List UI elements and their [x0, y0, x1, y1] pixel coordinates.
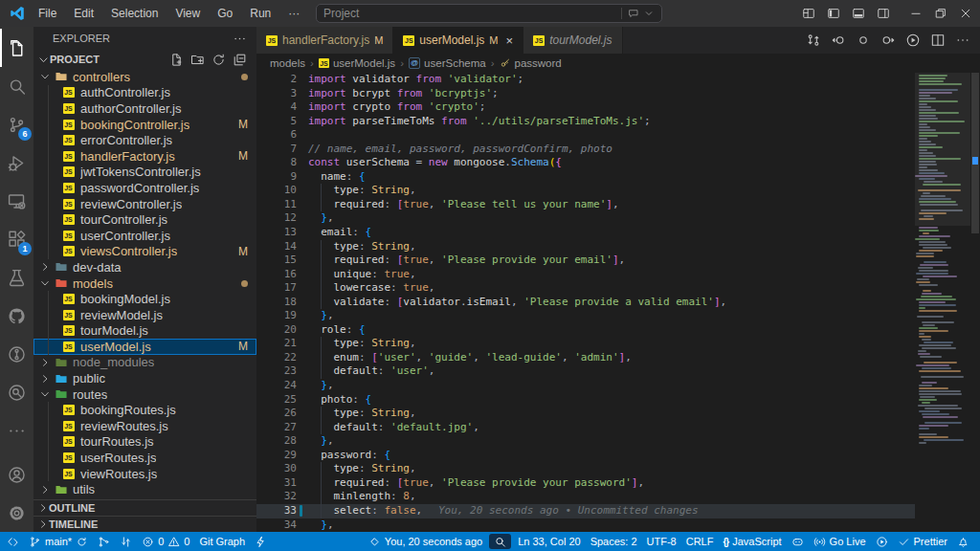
status-thunder-client[interactable]	[250, 532, 272, 551]
status-eol[interactable]: CRLF	[681, 532, 719, 551]
nav-forward-circle-button[interactable]	[880, 33, 896, 48]
customize-layout-button[interactable]	[796, 0, 821, 27]
menu-file[interactable]: File	[30, 0, 65, 27]
status-language-mode[interactable]: {}JavaScript	[718, 532, 786, 551]
tree-item-routes[interactable]: routes	[33, 386, 256, 403]
tree-item-reviewController-js[interactable]: JSreviewController.js	[33, 196, 256, 212]
nav-back-circle-button[interactable]	[831, 33, 846, 48]
code-line-13[interactable]: 13 email: {	[256, 226, 915, 240]
code-line-16[interactable]: 16 unique: true,	[256, 268, 915, 282]
tree-item-bookingModel-js[interactable]: JSbookingModel.js	[33, 291, 256, 307]
tree-item-reviewRoutes-js[interactable]: JSreviewRoutes.js	[33, 418, 256, 434]
tree-item-models[interactable]: models	[33, 276, 256, 292]
breadcrumb[interactable]: models›JSuserModel.js›@userSchema›passwo…	[256, 54, 980, 73]
tree-item-reviewModel-js[interactable]: JSreviewModel.js	[33, 307, 256, 323]
activity-source-control[interactable]: 6	[0, 105, 33, 143]
status-zoom-tool[interactable]	[489, 534, 511, 549]
tab-tourModel-js[interactable]: JStourModel.js	[523, 27, 622, 54]
code-line-32[interactable]: 32 minlength: 8,	[256, 490, 915, 504]
ellipsis-icon[interactable]	[233, 32, 247, 46]
tree-item-passwordController-js[interactable]: JSpasswordController.js	[33, 180, 256, 196]
status-cursor-position[interactable]: Ln 33, Col 20	[513, 532, 585, 551]
code-line-3[interactable]: 3import bcrypt from 'bcryptjs';	[256, 87, 915, 101]
code-line-4[interactable]: 4import crypto from 'crypto';	[256, 100, 915, 115]
panel-right-button[interactable]	[871, 0, 896, 27]
code-line-21[interactable]: 21 type: String,	[256, 337, 915, 351]
code-line-11[interactable]: 11 required: [true, 'Please tell us your…	[256, 198, 915, 212]
section-outline[interactable]: OUTLINE	[33, 499, 256, 516]
close-tab-button[interactable]: ×	[506, 34, 514, 47]
tab-handlerFactory-js[interactable]: JShandlerFactory.jsM	[256, 27, 393, 54]
chevron-small-down-icon[interactable]	[643, 8, 655, 19]
status-gitlens-blame[interactable]: You, 20 seconds ago	[364, 532, 487, 551]
search-extra-icons[interactable]	[621, 8, 655, 19]
tab-userModel-js[interactable]: JSuserModel.jsM×	[393, 27, 523, 54]
tree-item-tourModel-js[interactable]: JStourModel.js	[33, 323, 256, 340]
refresh-button[interactable]	[212, 53, 226, 67]
activity-remote-explorer[interactable]	[0, 182, 33, 220]
tree-item-viewRoutes-js[interactable]: JSviewRoutes.js	[33, 466, 256, 482]
explorer-more-actions[interactable]	[233, 32, 247, 46]
code-line-22[interactable]: 22 enum: ['user', 'guide', 'lead-guide',…	[256, 351, 915, 365]
code-line-23[interactable]: 23 default: 'user',	[256, 364, 915, 379]
code-line-15[interactable]: 15 required: [true, 'Please provide your…	[256, 253, 915, 268]
menu-selection[interactable]: Selection	[102, 0, 167, 27]
tree-item-utils[interactable]: utils	[33, 481, 256, 497]
tree-item-bookingRoutes-js[interactable]: JSbookingRoutes.js	[33, 402, 256, 418]
menu-edit[interactable]: Edit	[65, 0, 102, 27]
command-center-search[interactable]: Project	[316, 4, 662, 23]
status-indentation[interactable]: Spaces: 2	[586, 532, 642, 551]
status-gitlens-compare[interactable]	[115, 532, 137, 551]
code-line-7[interactable]: 7// name, email, password, passwordConfi…	[256, 143, 915, 157]
code-line-34[interactable]: 34 },	[256, 518, 915, 533]
tree-item-public[interactable]: public	[33, 370, 256, 386]
split-editor-button[interactable]	[930, 33, 946, 48]
scrollbar-slider[interactable]	[971, 73, 979, 233]
code-line-8[interactable]: 8const userSchema = new mongoose.Schema(…	[256, 156, 915, 170]
status-prettier[interactable]: Prettier	[893, 532, 952, 551]
minimap[interactable]	[915, 73, 970, 532]
activity-run-debug[interactable]	[0, 143, 33, 182]
activity-explorer[interactable]	[0, 29, 33, 67]
code-line-17[interactable]: 17 lowercase: true,	[256, 281, 915, 296]
status-git-branch[interactable]: main*	[24, 532, 93, 551]
menu-[interactable]: ···	[279, 0, 308, 27]
collapse-all-button[interactable]	[233, 53, 247, 67]
tree-item-bookingController-js[interactable]: JSbookingController.jsM	[33, 117, 256, 133]
menu-view[interactable]: View	[167, 0, 209, 27]
activity-settings[interactable]	[0, 494, 33, 532]
chat-icon[interactable]	[628, 8, 639, 19]
status-encoding[interactable]: UTF-8	[642, 532, 681, 551]
minimap-viewport[interactable]	[915, 73, 970, 226]
status-git-graph[interactable]: Git Graph	[194, 532, 250, 551]
code-line-26[interactable]: 26 type: String,	[256, 407, 915, 421]
vertical-scrollbar[interactable]	[970, 73, 980, 532]
tree-item-node-modules[interactable]: node_modules	[33, 355, 256, 371]
panel-left-button[interactable]	[821, 0, 846, 27]
code-line-19[interactable]: 19 },	[256, 309, 915, 323]
activity-search[interactable]	[0, 67, 33, 105]
code-line-25[interactable]: 25 photo: {	[256, 393, 915, 408]
code-line-30[interactable]: 30 type: String,	[256, 462, 915, 476]
menu-run[interactable]: Run	[241, 0, 279, 27]
status-problems[interactable]: 00	[137, 532, 194, 551]
new-file-button[interactable]	[169, 53, 184, 67]
tree-item-tourRoutes-js[interactable]: JStourRoutes.js	[33, 434, 256, 451]
tree-item-userRoutes-js[interactable]: JSuserRoutes.js	[33, 450, 256, 466]
breadcrumb-password[interactable]: password	[500, 57, 562, 69]
compare-changes-button[interactable]	[806, 33, 821, 48]
code-line-12[interactable]: 12 },	[256, 211, 915, 226]
tree-item-viewsController-js[interactable]: JSviewsController.jsM	[33, 244, 256, 260]
new-folder-button[interactable]	[190, 53, 205, 67]
tree-item-handlerFactory-js[interactable]: JShandlerFactory.jsM	[33, 148, 256, 165]
run-code-button[interactable]	[905, 33, 921, 48]
tree-item-errorController-js[interactable]: JSerrorController.js	[33, 132, 256, 148]
activity-testing[interactable]	[0, 258, 33, 297]
project-section-header[interactable]: PROJECT	[33, 50, 256, 69]
code-line-18[interactable]: 18 validate: [validator.isEmail, 'Please…	[256, 296, 915, 310]
breadcrumb-userSchema[interactable]: @userSchema	[409, 57, 486, 69]
status-notifications[interactable]	[952, 532, 974, 551]
close-win-button[interactable]	[953, 0, 978, 27]
code-line-31[interactable]: 31 required: [true, 'Please provide your…	[256, 476, 915, 491]
code-line-6[interactable]: 6	[256, 128, 915, 143]
